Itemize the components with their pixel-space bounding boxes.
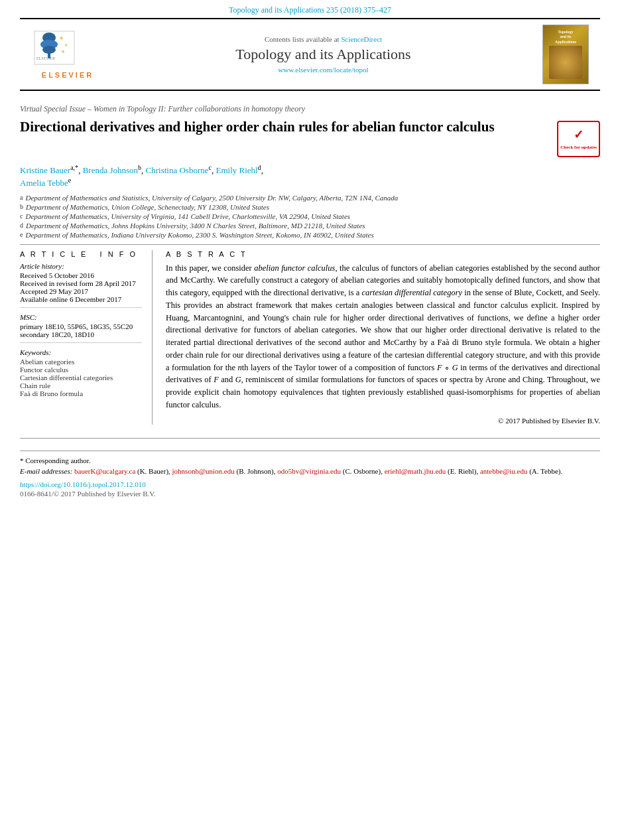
two-column-area: A R T I C L E I N F O Article history: R… <box>20 250 600 425</box>
keyword-1: Abelian categories <box>20 358 142 366</box>
issn-text: 0166-8641/© 2017 Published by Elsevier B… <box>20 490 600 498</box>
copyright-notice: © 2017 Published by Elsevier B.V. <box>166 417 600 425</box>
article-info-heading: A R T I C L E I N F O <box>20 250 142 258</box>
journal-header: ★ ★ ★ ELSEVIER ELSEVIER Contents lists a… <box>20 18 600 91</box>
keyword-2: Functor calculus <box>20 366 142 374</box>
email-3: odo5bv@virginia.edu (C. Osborne), <box>277 467 384 475</box>
keyword-5: Faà di Bruno formula <box>20 389 142 397</box>
keyword-3: Cartesian differential categories <box>20 374 142 382</box>
cover-title-text: Topologyand itsApplications <box>555 30 576 44</box>
email-2: johnsonb@union.edu (B. Johnson), <box>172 467 278 475</box>
journal-cover-image: Topologyand itsApplications <box>542 25 589 84</box>
special-issue-label: Virtual Special Issue – Women in Topolog… <box>20 104 600 114</box>
main-content: Virtual Special Issue – Women in Topolog… <box>0 91 620 504</box>
email-4: eriehl@math.jhu.edu (E. Riehl), <box>385 467 480 475</box>
elsevier-logo-icon: ★ ★ ★ ELSEVIER <box>31 30 104 70</box>
journal-title: Topology and its Applications <box>115 46 531 63</box>
paper-title-area: Directional derivatives and higher order… <box>20 118 600 157</box>
affiliation-e: e Department of Mathematics, Indiana Uni… <box>20 231 600 239</box>
affiliations: a Department of Mathematics and Statisti… <box>20 194 600 239</box>
elsevier-text: ELSEVIER <box>42 71 93 79</box>
history-label: Article history: <box>20 262 142 270</box>
footer-section: * Corresponding author. E-mail addresses… <box>20 438 600 498</box>
keyword-4: Chain rule <box>20 382 142 389</box>
check-icon: ✓ <box>574 127 584 143</box>
check-updates-badge: ✓ Check for updates <box>557 121 600 157</box>
abstract-heading: A B S T R A C T <box>166 250 600 258</box>
abstract-text: In this paper, we consider abelian funct… <box>166 262 600 411</box>
publisher-logo-area: ★ ★ ★ ELSEVIER ELSEVIER <box>28 30 107 79</box>
revised-date: Received in revised form 28 April 2017 <box>20 279 142 287</box>
affiliation-d: d Department of Mathematics, Johns Hopki… <box>20 222 600 230</box>
svg-text:ELSEVIER: ELSEVIER <box>36 56 55 60</box>
abstract-column: A B S T R A C T In this paper, we consid… <box>166 250 600 425</box>
author-3: Christina Osbornec, <box>146 165 216 175</box>
affiliation-c: c Department of Mathematics, University … <box>20 212 600 220</box>
affiliation-a: a Department of Mathematics and Statisti… <box>20 194 600 202</box>
paper-title-text: Directional derivatives and higher order… <box>20 118 550 136</box>
svg-point-4 <box>42 46 56 54</box>
corresponding-note: * Corresponding author. <box>20 456 600 464</box>
keywords-block: Keywords: Abelian categories Functor cal… <box>20 348 142 397</box>
author-5: Amelia Tebbee <box>20 178 71 188</box>
cover-decoration <box>549 46 582 79</box>
journal-reference: Topology and its Applications 235 (2018)… <box>0 0 620 18</box>
journal-ref-text: Topology and its Applications 235 (2018)… <box>229 5 391 15</box>
email-label: E-mail addresses: <box>20 467 72 475</box>
msc-label: MSC: <box>20 313 142 321</box>
sciencedirect-label: Contents lists available at <box>265 35 340 43</box>
msc-primary: primary 18E10, 55P65, 18G35, 55C20 <box>20 322 142 330</box>
received-date: Received 5 October 2016 <box>20 271 142 279</box>
article-history-block: Article history: Received 5 October 2016… <box>20 262 142 308</box>
sciencedirect-line: Contents lists available at ScienceDirec… <box>115 35 531 43</box>
email-5: antebbe@iu.edu (A. Tebbe). <box>480 467 562 475</box>
authors-line: Kristine Bauera,*, Brenda Johnsonb, Chri… <box>20 164 600 188</box>
email-line: E-mail addresses: bauerK@ucalgary.ca (K.… <box>20 467 600 475</box>
journal-cover-area: Topologyand itsApplications <box>539 25 592 84</box>
check-updates-label: Check for updates <box>560 145 597 151</box>
section-divider <box>20 244 600 245</box>
svg-text:★: ★ <box>59 35 64 41</box>
svg-text:★: ★ <box>64 43 68 47</box>
page: Topology and its Applications 235 (2018)… <box>0 0 620 840</box>
svg-text:★: ★ <box>61 49 65 54</box>
accepted-date: Accepted 29 May 2017 <box>20 287 142 295</box>
affiliation-b: b Department of Mathematics, Union Colle… <box>20 203 600 211</box>
keywords-label: Keywords: <box>20 348 142 356</box>
footer-divider <box>20 451 600 451</box>
journal-url[interactable]: www.elsevier.com/locate/topol <box>115 66 531 74</box>
journal-title-area: Contents lists available at ScienceDirec… <box>115 35 531 74</box>
msc-secondary: secondary 18C20, 18D10 <box>20 330 142 338</box>
email-1: bauerK@ucalgary.ca (K. Bauer), <box>74 467 172 475</box>
author-1: Kristine Bauera,*, <box>20 165 83 175</box>
article-info-column: A R T I C L E I N F O Article history: R… <box>20 250 153 425</box>
sciencedirect-link[interactable]: ScienceDirect <box>341 35 382 43</box>
author-4: Emily Riehld, <box>216 165 263 175</box>
available-date: Available online 6 December 2017 <box>20 295 142 303</box>
msc-block: MSC: primary 18E10, 55P65, 18G35, 55C20 … <box>20 313 142 343</box>
author-2: Brenda Johnsonb, <box>83 165 146 175</box>
doi-link[interactable]: https://doi.org/10.1016/j.topol.2017.12.… <box>20 480 600 488</box>
